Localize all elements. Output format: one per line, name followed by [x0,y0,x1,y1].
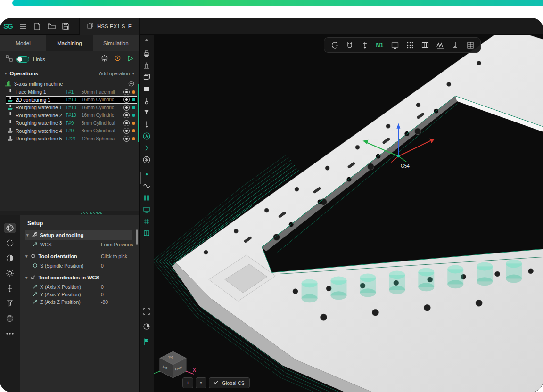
gear-icon[interactable] [4,268,16,278]
workpiece-square-icon[interactable] [142,85,151,93]
operation-row[interactable]: Roughing waterline 1 T#10 16mm Cylindric [6,104,137,112]
move-axis-icon[interactable] [4,283,16,294]
axis-arrow-icon [33,299,38,305]
probe-tool-icon[interactable] [360,41,369,49]
new-file-icon[interactable] [30,20,44,33]
global-cs-button[interactable]: Global CS [209,377,250,388]
operation-row[interactable]: Roughing waterline 2 T#10 16mm Cylindric [6,112,137,120]
half-sphere-icon[interactable] [4,253,16,263]
magnet-snap-icon[interactable] [345,41,354,49]
frame-select-icon[interactable] [142,307,151,318]
layers-book-icon[interactable] [142,194,151,202]
simulate-target-icon[interactable] [114,55,121,64]
top-gradient-accent [12,0,543,6]
cs-dropdown-button[interactable]: ▾ [196,377,206,388]
operation-icon [7,135,13,142]
chevron-down-icon: ▾ [25,276,28,280]
orientation-icon [31,253,36,260]
document-tab[interactable]: HSS EX1 S_F [79,18,140,35]
links-toggle[interactable] [16,56,29,63]
setup-title: Setup [20,215,139,230]
collapse-minus-icon[interactable] [128,81,134,88]
add-operation-button[interactable]: Add operation ▾ [99,71,134,76]
hamburger-menu-icon[interactable] [16,20,30,33]
run-play-icon[interactable] [127,55,133,64]
freeze-icon[interactable] [142,155,151,164]
stock-box-icon[interactable] [142,73,151,82]
links-row: Links [0,51,139,67]
nc-program-label[interactable]: N1 [375,41,384,49]
wave-analysis-icon[interactable] [436,41,444,49]
chevron-down-icon: ▾ [25,254,28,259]
chevron-down-icon: ▾ [200,381,202,385]
property-row-axis-x[interactable]: X (Axis X Position) 0 [20,283,139,291]
tool-icon[interactable] [142,97,151,105]
group-setup-and-tooling[interactable]: ▾ Setup and tooling [25,230,132,240]
operation-row-selected[interactable]: 2D contouring 1 T#10 16mm Cylindric [6,96,137,104]
operations-title: Operations [10,71,39,76]
group-tool-coordinates[interactable]: ▾ Tool coordinates in WCS [20,273,139,282]
operation-row[interactable]: Face Milling 1 T#1 50mm Face mill [6,88,137,96]
3d-scene-canvas[interactable] [154,35,543,392]
add-cs-button[interactable]: + [182,377,193,388]
flag-icon[interactable] [142,337,151,348]
tab-model[interactable]: Model [0,35,46,51]
operation-row[interactable]: Roughing waterline 3 T#9 8mm Cylindrical [6,119,137,127]
screen-grid-icon[interactable] [420,41,429,49]
chevron-down-icon[interactable]: ▾ [5,72,7,76]
table-view-icon[interactable] [466,41,475,49]
tab-simulation[interactable]: Simulation [93,35,139,51]
tool-holder-icon[interactable] [4,298,16,309]
group-tool-orientation[interactable]: ▾ Tool orientation Click to pick [20,252,139,261]
wave-curve-icon[interactable] [142,182,151,190]
operation-row[interactable]: Roughing waterline 5 T#21 12mm Spherica [6,135,137,143]
open-folder-icon[interactable] [44,20,58,33]
setup-scrollbar[interactable] [136,229,138,245]
property-row-axis-z[interactable]: Z (Axis Z Position) -80 [20,298,139,306]
save-icon[interactable] [58,20,73,33]
probe-icon[interactable] [142,120,151,129]
geometry-sphere-icon[interactable] [4,223,16,233]
scroll-up-icon[interactable] [140,39,154,41]
screen-icon[interactable] [390,41,399,49]
mid-strip-scrollbar[interactable] [140,172,141,184]
record-toggle-icon[interactable] [123,97,130,103]
operation-icon [7,112,13,119]
funnel-tool-icon[interactable] [142,108,151,117]
record-toggle-icon[interactable] [123,128,130,134]
tool-stand-icon[interactable] [451,41,460,49]
record-toggle-icon[interactable] [123,136,130,142]
record-toggle-icon[interactable] [123,120,130,126]
machine-setup-icon[interactable] [142,61,151,70]
tool-change-icon[interactable] [330,41,339,49]
record-toggle-icon[interactable] [123,112,130,118]
coordinates-icon [31,275,36,281]
setup-panel: Setup ▾ Setup and tooling WCS From Previ… [20,215,139,392]
panel-splitter[interactable] [0,211,139,215]
tab-machining[interactable]: Machining [46,35,92,51]
property-row-wcs[interactable]: WCS From Previous [20,241,139,248]
dots-grid-icon[interactable] [405,41,414,49]
sphere-quarter-icon[interactable] [142,322,151,333]
monitor-icon[interactable] [142,205,151,214]
more-options-icon[interactable] [4,328,16,339]
property-row-spindle[interactable]: S (Spindle Position) 0 [20,262,139,270]
auto-mode-icon[interactable] [142,132,151,140]
open-book-icon[interactable] [142,229,151,237]
mid-tool-strip [139,35,154,392]
mesh-dashed-icon[interactable] [4,238,16,248]
machine-node[interactable]: 3-axis milling machine [0,80,139,88]
status-dot [132,122,135,125]
bullet-dot-icon[interactable] [142,170,151,179]
panel-tabs: Model Machining Simulation [0,35,139,51]
property-row-axis-y[interactable]: Y (Axis Y Position) 0 [20,291,139,298]
record-toggle-icon[interactable] [123,105,130,111]
arc-bracket-icon[interactable] [142,144,151,152]
settings-gear-icon[interactable] [101,55,108,64]
record-toggle-icon[interactable] [123,89,130,95]
operation-row[interactable]: Roughing waterline 4 T#9 8mm Cylindrical [6,127,137,135]
links-icon [6,55,13,64]
postprocess-icon[interactable] [142,49,151,58]
dark-sphere-icon[interactable] [4,313,16,324]
grid-table-icon[interactable] [142,217,151,226]
